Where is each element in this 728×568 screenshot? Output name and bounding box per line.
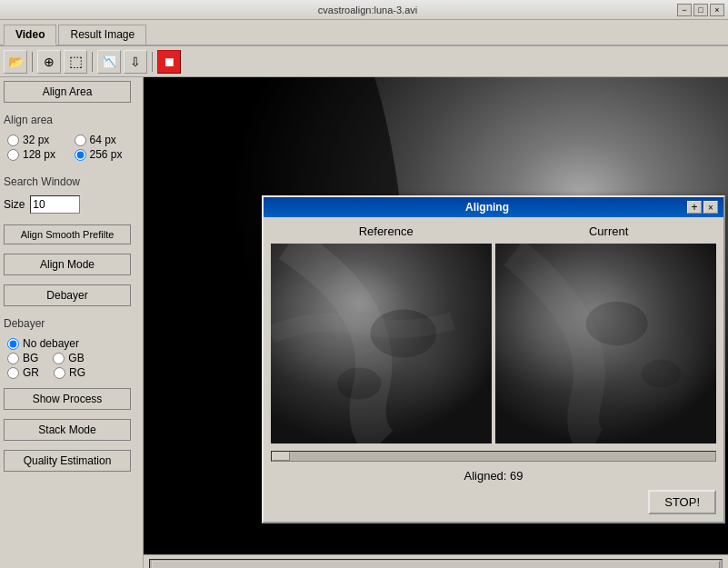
title-bar: cvastroalign:luna-3.avi − □ × — [0, 0, 728, 20]
chart-icon[interactable]: 📉 — [97, 50, 121, 74]
tab-video[interactable]: Video — [4, 25, 56, 45]
bottom-controls: 1021 — [144, 554, 728, 568]
minimize-button[interactable]: − — [677, 4, 692, 16]
debayer-no: No debayer — [7, 337, 139, 350]
ref-image-svg — [271, 244, 492, 443]
download-icon[interactable]: ⇩ — [124, 50, 147, 74]
window-title: cvastroalign:luna-3.avi — [58, 5, 677, 15]
debayer-rg-input[interactable] — [54, 367, 65, 379]
debayer-rg: RG — [54, 366, 85, 379]
modal-expand-button[interactable]: + — [687, 201, 702, 214]
radio-32px-input[interactable] — [7, 135, 19, 146]
debayer-no-input[interactable] — [7, 338, 19, 350]
open-icon[interactable]: 📂 — [4, 50, 27, 74]
maximize-button[interactable]: □ — [693, 4, 708, 16]
stop-red-icon[interactable]: ⏹ — [157, 50, 181, 74]
radio-256px-label: 256 px — [90, 148, 123, 161]
debayer-gb-input[interactable] — [53, 353, 65, 364]
align-smooth-button[interactable]: Align Smooth Prefilte — [4, 224, 131, 244]
modal-titlebar: Aligning + × — [264, 197, 723, 217]
aligning-modal: Aligning + × Reference Current — [262, 195, 725, 523]
align-area-radio-grid: 32 px 64 px 128 px 256 px — [7, 134, 139, 161]
svg-point-10 — [641, 360, 681, 388]
debayer-gr: GR — [7, 366, 39, 379]
tab-result-image[interactable]: Result Image — [58, 25, 146, 45]
radio-256px: 256 px — [75, 148, 140, 161]
cur-image-svg — [495, 244, 716, 443]
modal-body: Reference Current — [264, 217, 723, 522]
search-window-label: Search Window — [4, 175, 139, 188]
search-size-input[interactable] — [30, 195, 80, 214]
align-area-options: 32 px 64 px 128 px 256 px — [7, 134, 139, 164]
debayer-gr-input[interactable] — [7, 367, 19, 379]
radio-128px: 128 px — [7, 148, 73, 161]
stack-mode-button[interactable]: Stack Mode — [4, 419, 131, 441]
align-mode-button[interactable]: Align Mode — [4, 254, 131, 275]
debayer-options: No debayer BG GB GR — [7, 337, 139, 379]
debayer-gb-label: GB — [68, 352, 84, 364]
scrollbar-1-thumb[interactable] — [152, 561, 720, 568]
debayer-bg-label: BG — [23, 352, 38, 364]
debayer-button[interactable]: Debayer — [4, 284, 131, 306]
stop-button[interactable]: STOP! — [648, 490, 716, 514]
main-layout: Align Area Align area 32 px 64 px 128 px — [0, 77, 728, 568]
reference-image — [271, 244, 492, 443]
toolbar-separator-2 — [92, 52, 93, 72]
debayer-label: Debayer — [4, 317, 139, 330]
debayer-gr-label: GR — [23, 366, 39, 379]
debayer-no-label: No debayer — [23, 337, 79, 350]
crop-icon[interactable]: ⬚ — [64, 50, 87, 74]
radio-64px-label: 64 px — [90, 134, 116, 146]
toolbar-separator-1 — [32, 52, 33, 72]
debayer-rg-label: RG — [69, 366, 85, 379]
show-process-button[interactable]: Show Process — [4, 388, 131, 410]
modal-image-headers: Reference Current — [271, 224, 716, 238]
svg-rect-5 — [271, 244, 492, 443]
radio-32px-label: 32 px — [23, 134, 49, 146]
tab-bar: Video Result Image — [0, 20, 728, 46]
svg-rect-8 — [495, 244, 716, 443]
align-area-button[interactable]: Align Area — [4, 81, 131, 103]
toolbar-separator-3 — [152, 52, 153, 72]
current-header: Current — [589, 224, 628, 238]
radio-128px-label: 128 px — [23, 148, 55, 161]
size-label: Size — [4, 198, 25, 211]
align-area-label: Align area — [4, 114, 139, 126]
modal-images — [271, 244, 716, 443]
radio-64px-input[interactable] — [75, 135, 86, 146]
svg-point-7 — [337, 367, 382, 399]
modal-scrollbar[interactable] — [271, 451, 716, 462]
svg-point-9 — [586, 302, 648, 345]
toolbar: 📂 ⊕ ⬚ 📉 ⇩ ⏹ — [0, 46, 728, 77]
debayer-bg: BG — [7, 352, 38, 364]
modal-title: Aligning — [287, 201, 687, 214]
radio-128px-input[interactable] — [7, 149, 19, 161]
reference-header: Reference — [359, 224, 414, 238]
radio-64px: 64 px — [75, 134, 140, 146]
modal-close-button[interactable]: × — [703, 201, 718, 214]
window-controls: − □ × — [677, 4, 724, 16]
search-window-row: Size — [4, 195, 139, 214]
right-panel: 1021 Aligning + × Reference Current — [144, 77, 728, 568]
left-sidebar: Align Area Align area 32 px 64 px 128 px — [0, 77, 144, 568]
current-image — [495, 244, 716, 443]
radio-256px-input[interactable] — [75, 149, 86, 161]
svg-point-6 — [370, 310, 436, 358]
debayer-bg-input[interactable] — [7, 353, 19, 364]
crosshair-icon[interactable]: ⊕ — [37, 50, 61, 74]
app-window: cvastroalign:luna-3.avi − □ × Video Resu… — [0, 0, 728, 568]
close-button[interactable]: × — [710, 4, 724, 16]
modal-footer: STOP! — [271, 490, 716, 514]
debayer-gb: GB — [53, 352, 84, 364]
quality-estimation-button[interactable]: Quality Estimation — [4, 450, 131, 472]
modal-status: Aligned: 69 — [271, 469, 716, 483]
radio-32px: 32 px — [7, 134, 73, 146]
horizontal-scrollbar-1[interactable] — [149, 559, 723, 568]
modal-scrollbar-thumb[interactable] — [272, 452, 290, 461]
